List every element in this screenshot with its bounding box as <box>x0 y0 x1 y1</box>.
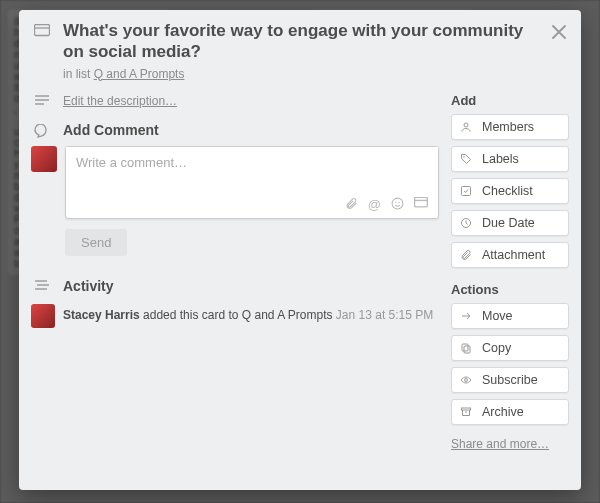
svg-point-14 <box>463 156 465 158</box>
activity-heading: Activity <box>63 278 114 294</box>
comment-toolbar: @ <box>66 193 438 218</box>
side-label: Checklist <box>482 184 533 198</box>
svg-point-6 <box>395 201 396 202</box>
labels-icon <box>460 153 474 165</box>
modal-overlay: What's your favorite way to engage with … <box>0 0 600 503</box>
subscribe-icon <box>460 374 474 386</box>
activity-action: added this card to Q and A Prompts <box>143 308 332 322</box>
activity-item: Stacey Harris added this card to Q and A… <box>31 304 439 328</box>
sidebar-add-heading: Add <box>451 93 569 108</box>
svg-rect-20 <box>462 408 471 410</box>
attachment-icon <box>460 249 474 261</box>
side-label: Members <box>482 120 534 134</box>
side-label: Labels <box>482 152 519 166</box>
send-button[interactable]: Send <box>65 229 127 256</box>
close-icon <box>552 25 566 39</box>
svg-point-5 <box>392 198 403 209</box>
move-icon <box>460 310 474 322</box>
side-label: Archive <box>482 405 524 419</box>
comment-input[interactable] <box>66 147 438 193</box>
description-row: Edit the description… <box>31 93 439 108</box>
side-label: Move <box>482 309 513 323</box>
side-label: Attachment <box>482 248 545 262</box>
due-date-icon <box>460 217 474 229</box>
card-title[interactable]: What's your favorite way to engage with … <box>63 20 541 63</box>
copy-button[interactable]: Copy <box>451 335 569 361</box>
comment-heading-row: Add Comment <box>31 122 439 138</box>
list-link[interactable]: Q and A Prompts <box>94 67 185 81</box>
close-button[interactable] <box>545 18 573 46</box>
avatar[interactable] <box>31 146 57 172</box>
sidebar-actions-heading: Actions <box>451 282 569 297</box>
members-icon <box>460 121 474 133</box>
share-more-link[interactable]: Share and more… <box>451 437 549 451</box>
copy-icon <box>460 342 474 354</box>
attachment-icon[interactable] <box>345 197 358 212</box>
checklist-icon <box>460 185 474 197</box>
comment-composer: @ <box>31 146 439 219</box>
side-label: Due Date <box>482 216 535 230</box>
card-header: What's your favorite way to engage with … <box>31 20 569 81</box>
card-list-subline: in list Q and A Prompts <box>63 67 541 81</box>
labels-button[interactable]: Labels <box>451 146 569 172</box>
svg-rect-15 <box>462 186 471 195</box>
avatar[interactable] <box>31 304 55 328</box>
svg-point-13 <box>464 123 468 127</box>
duedate-button[interactable]: Due Date <box>451 210 569 236</box>
svg-point-7 <box>398 201 399 202</box>
edit-description-link[interactable]: Edit the description… <box>63 94 177 108</box>
attachment-button[interactable]: Attachment <box>451 242 569 268</box>
activity-timestamp: Jan 13 at 5:15 PM <box>336 308 433 322</box>
card-attach-icon[interactable] <box>414 197 428 212</box>
svg-rect-0 <box>35 25 50 36</box>
description-icon <box>31 93 53 108</box>
comment-heading: Add Comment <box>63 122 159 138</box>
card-icon <box>31 20 53 38</box>
activity-user[interactable]: Stacey Harris <box>63 308 140 322</box>
activity-icon <box>31 278 53 294</box>
svg-rect-8 <box>415 197 428 206</box>
move-button[interactable]: Move <box>451 303 569 329</box>
svg-rect-18 <box>464 346 470 353</box>
comment-icon <box>31 122 53 138</box>
archive-icon <box>460 406 474 418</box>
activity-text: Stacey Harris added this card to Q and A… <box>63 304 433 322</box>
checklist-button[interactable]: Checklist <box>451 178 569 204</box>
members-button[interactable]: Members <box>451 114 569 140</box>
archive-button[interactable]: Archive <box>451 399 569 425</box>
svg-point-19 <box>465 378 468 381</box>
svg-rect-17 <box>462 344 468 351</box>
side-label: Copy <box>482 341 511 355</box>
subscribe-button[interactable]: Subscribe <box>451 367 569 393</box>
card-detail-modal: What's your favorite way to engage with … <box>19 10 581 490</box>
side-label: Subscribe <box>482 373 538 387</box>
emoji-icon[interactable] <box>391 197 404 212</box>
mention-icon[interactable]: @ <box>368 197 381 212</box>
activity-heading-row: Activity <box>31 278 439 294</box>
comment-box: @ <box>65 146 439 219</box>
